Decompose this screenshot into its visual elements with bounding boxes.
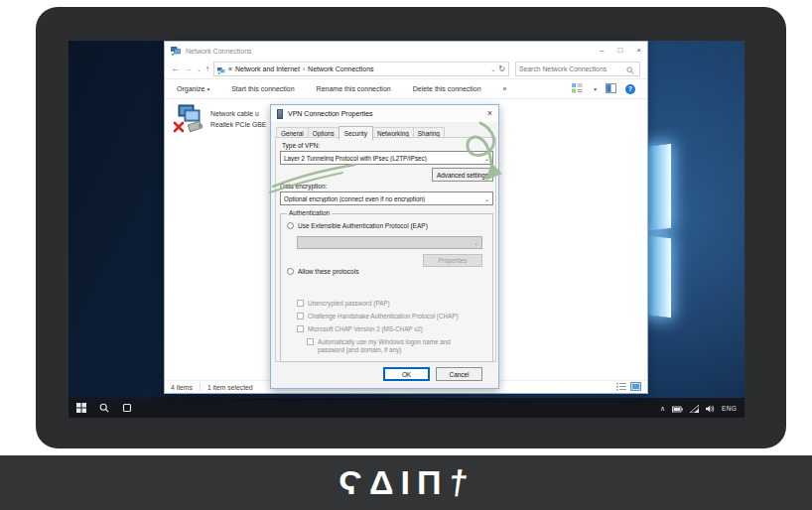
advanced-settings-button[interactable]: Advanced settings <box>432 168 493 182</box>
preview-pane-icon[interactable] <box>606 83 616 94</box>
checkbox-icon <box>297 325 304 332</box>
maximize-button[interactable]: □ <box>617 47 622 55</box>
adapter-device-text: Realtek PCIe GBE <box>210 121 266 128</box>
vpn-connection-icon <box>277 109 283 119</box>
breadcrumb-separator-icon: › <box>303 65 305 72</box>
eap-method-combo: ⌄ <box>297 236 482 249</box>
task-view-icon[interactable] <box>122 399 132 417</box>
network-connections-icon <box>171 42 181 60</box>
checkbox-icon <box>307 338 314 345</box>
breadcrumb-chevron[interactable]: « <box>228 65 232 72</box>
organize-menu[interactable]: Organize▾ <box>177 85 209 92</box>
checkbox-pap: Unencrypted password (PAP) <box>297 300 389 308</box>
breadcrumb-network-connections[interactable]: Network Connections <box>308 65 374 72</box>
breadcrumb-network-and-internet[interactable]: Network and Internet <box>235 65 300 72</box>
checkbox-auto-logon: Automatically use my Windows logon name … <box>307 338 471 354</box>
minimize-button[interactable]: – <box>600 47 604 55</box>
radio-icon[interactable] <box>287 268 294 275</box>
dialog-titlebar: VPN Connection Properties × <box>271 105 498 122</box>
combo-chevron-icon: ⌄ <box>484 195 489 202</box>
authentication-group: Authentication Use Extensible Authentica… <box>280 213 493 362</box>
window-title: Network Connections <box>186 48 252 55</box>
items-count: 4 items <box>171 384 193 391</box>
taskbar: ∧ ENG <box>68 398 744 418</box>
radio-icon[interactable] <box>287 222 294 229</box>
recent-pages-dropdown-icon[interactable]: ⌄ <box>197 66 202 72</box>
search-icon[interactable] <box>626 61 634 78</box>
view-options-caret-icon[interactable]: ▾ <box>594 86 597 92</box>
address-dropdown-icon[interactable]: ⌄ <box>490 65 495 72</box>
close-button[interactable]: × <box>636 47 641 55</box>
saint-logo: Ϛ Δ Ι Π † <box>338 463 474 502</box>
view-options-icon[interactable] <box>572 83 583 94</box>
window-titlebar: Network Connections – □ × <box>165 42 647 60</box>
toolbar-overflow-button[interactable]: » <box>503 85 507 92</box>
ethernet-adapter-icon <box>173 103 204 139</box>
battery-icon[interactable] <box>672 399 683 417</box>
brand-banner: Ϛ Δ Ι Π † <box>0 455 812 510</box>
vpn-properties-dialog: VPN Connection Properties × General Opti… <box>270 104 499 389</box>
network-icon[interactable] <box>690 399 699 417</box>
refresh-icon[interactable]: ↻ <box>498 64 505 73</box>
logo-letter: Ϛ <box>338 463 370 502</box>
ok-button[interactable]: OK <box>383 367 430 381</box>
details-view-icon[interactable] <box>616 382 626 392</box>
address-location-icon <box>217 61 225 78</box>
checkbox-chap: Challenge Handshake Authentication Proto… <box>297 313 459 320</box>
rename-connection-button[interactable]: Rename this connection <box>317 85 391 92</box>
tab-security[interactable]: Security <box>338 126 373 140</box>
start-button-icon[interactable] <box>76 399 86 417</box>
address-bar[interactable]: « Network and Internet › Network Connect… <box>213 62 509 76</box>
checkbox-icon <box>297 300 304 307</box>
data-encryption-combo[interactable]: Optional encryption (connect even if no … <box>280 191 493 205</box>
radio-allow-protocols[interactable]: Allow these protocols <box>287 268 358 275</box>
data-encryption-label: Data encryption: <box>280 183 327 190</box>
search-box[interactable] <box>515 62 640 76</box>
back-button[interactable]: ← <box>171 64 180 73</box>
start-connection-button[interactable]: Start this connection <box>231 85 294 92</box>
language-indicator[interactable]: ENG <box>722 405 737 412</box>
dialog-title: VPN Connection Properties <box>288 110 373 117</box>
forward-button[interactable]: → <box>184 64 193 73</box>
taskbar-search-icon[interactable] <box>99 399 109 417</box>
selection-count: 1 item selected <box>207 384 253 391</box>
help-button[interactable]: ? <box>625 84 635 94</box>
type-of-vpn-label: Type of VPN: <box>282 142 320 149</box>
logo-letter: Δ <box>369 463 400 502</box>
combo-chevron-icon: ⌄ <box>474 239 478 246</box>
checkbox-icon <box>297 313 304 319</box>
cancel-button[interactable]: Cancel <box>436 367 482 381</box>
security-tab-page: Type of VPN: Layer 2 Tunneling Protocol … <box>275 137 496 362</box>
search-input[interactable] <box>519 65 626 72</box>
tray-chevron-icon[interactable]: ∧ <box>660 405 665 412</box>
logo-letter: Π <box>417 463 449 502</box>
adapter-status-text: Network cable u <box>210 110 259 117</box>
combo-chevron-icon: ⌄ <box>484 155 489 162</box>
navigation-bar: ← → ⌄ ↑ « Network and Internet › Network… <box>165 60 647 79</box>
type-of-vpn-combo[interactable]: Layer 2 Tunneling Protocol with IPsec (L… <box>280 151 493 165</box>
volume-icon[interactable] <box>706 399 715 417</box>
logo-letter: Ι <box>401 463 417 502</box>
checkbox-mschap: Microsoft CHAP Version 2 (MS-CHAP v2) <box>297 325 423 333</box>
up-button[interactable]: ↑ <box>205 65 209 73</box>
large-icons-view-icon[interactable] <box>630 382 641 392</box>
delete-connection-button[interactable]: Delete this connection <box>413 85 481 92</box>
logo-letter: † <box>446 463 476 502</box>
organize-caret-icon: ▾ <box>206 86 209 92</box>
authentication-group-label: Authentication <box>287 209 332 216</box>
dialog-close-button[interactable]: × <box>487 109 492 118</box>
properties-button: Properties <box>423 254 482 267</box>
radio-use-eap[interactable]: Use Extensible Authentication Protocol (… <box>287 222 428 229</box>
command-bar: Organize▾ Start this connection Rename t… <box>165 79 647 99</box>
